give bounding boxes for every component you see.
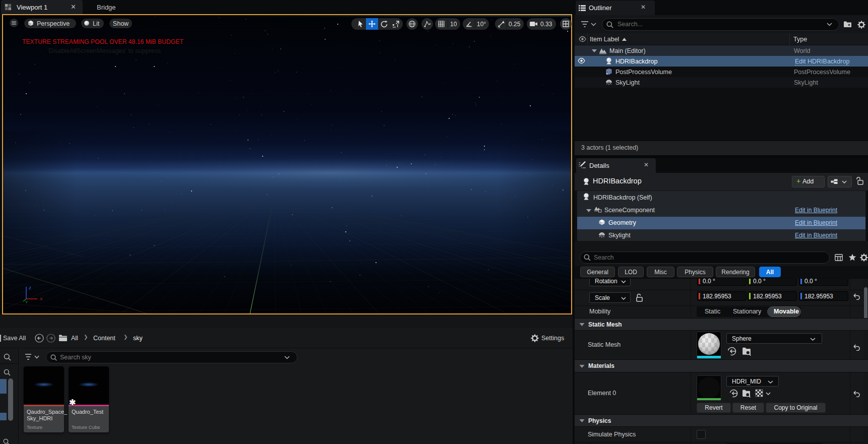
svg-text:Z: Z <box>29 286 31 290</box>
svg-text:X: X <box>40 297 43 301</box>
svg-text:Y: Y <box>25 300 28 304</box>
